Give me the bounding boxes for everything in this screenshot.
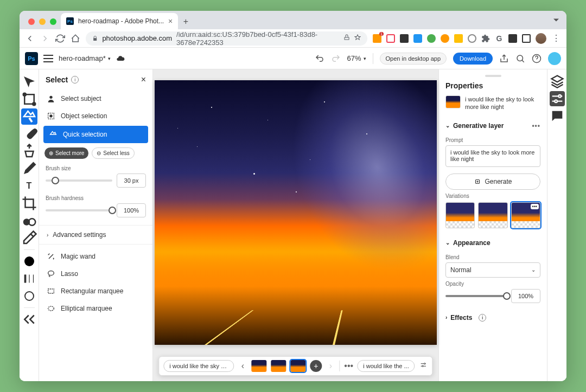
ext-icon[interactable] (413, 34, 422, 43)
layer-thumbnail[interactable] (445, 95, 461, 108)
ext-google-icon[interactable]: G (495, 34, 504, 43)
brush-tool-icon[interactable] (21, 126, 37, 142)
brush-hardness-value[interactable]: 100% (117, 203, 146, 217)
variation-thumbnail[interactable] (478, 202, 507, 228)
properties-panel-icon[interactable] (550, 91, 565, 106)
clone-tool-icon[interactable] (21, 143, 37, 159)
select-less-button[interactable]: ⊖Select less (92, 147, 134, 159)
crop-tool-icon[interactable] (21, 195, 37, 211)
info-icon[interactable]: i (71, 76, 79, 83)
photoshop-logo[interactable]: Ps (25, 52, 38, 65)
variation-thumbnail[interactable] (445, 202, 475, 228)
stroke-width-icon[interactable] (21, 271, 37, 287)
nav-reload-icon[interactable] (55, 34, 65, 43)
url-field[interactable]: photoshop.adobe.com/id/urn:aaid:sc:US:37… (86, 31, 367, 46)
add-variation-button[interactable]: + (310, 360, 322, 372)
variation-more-icon[interactable]: ••• (531, 204, 539, 209)
layers-panel-icon[interactable] (550, 74, 565, 89)
new-tab-button[interactable]: + (178, 14, 193, 29)
share-url-icon[interactable] (343, 34, 350, 42)
generate-button[interactable]: Generate (445, 173, 540, 190)
select-subject-item[interactable]: Select subject (39, 90, 152, 107)
magic-wand-item[interactable]: Magic wand (39, 248, 152, 265)
window-minimize[interactable] (39, 18, 46, 25)
object-selection-item[interactable]: Object selection (39, 107, 152, 125)
eyedropper-tool-icon[interactable] (21, 230, 37, 246)
search-icon[interactable] (515, 54, 525, 63)
ext-evernote-icon[interactable] (427, 34, 436, 43)
more-options-icon[interactable]: ••• (344, 361, 353, 371)
settings-sliders-icon[interactable] (419, 361, 428, 371)
brush-size-slider[interactable] (46, 179, 112, 182)
adjustment-tool-icon[interactable] (21, 213, 37, 229)
comments-panel-icon[interactable] (550, 108, 565, 124)
lasso-item[interactable]: Lasso (39, 265, 152, 282)
variation-thumb[interactable] (251, 360, 266, 372)
move-tool-icon[interactable] (21, 74, 37, 90)
info-icon[interactable]: i (479, 314, 486, 322)
cloud-sync-icon[interactable] (116, 54, 125, 63)
opacity-slider[interactable] (445, 295, 507, 297)
collapse-rail-icon[interactable] (21, 311, 37, 327)
open-desktop-button[interactable]: Open in desktop app (380, 53, 447, 65)
window-close[interactable] (28, 18, 35, 25)
advanced-settings-toggle[interactable]: ›Advanced settings (39, 225, 152, 245)
share-icon[interactable] (499, 54, 509, 63)
nav-home-icon[interactable] (71, 34, 80, 43)
blend-mode-select[interactable]: Normal ⌄ (445, 262, 540, 278)
background-color[interactable] (24, 291, 34, 301)
brush-hardness-slider[interactable] (46, 209, 112, 211)
ext-pocket-icon[interactable] (386, 34, 395, 43)
foreground-color[interactable] (24, 256, 34, 266)
variation-thumb[interactable] (271, 360, 286, 372)
rectangular-marquee-item[interactable]: Rectangular marquee (39, 282, 152, 300)
next-variation-icon[interactable]: › (326, 361, 335, 371)
brush-size-value[interactable]: 30 px (117, 173, 146, 188)
selection-tool-icon[interactable] (21, 108, 37, 125)
prompt-input[interactable] (445, 145, 540, 167)
elliptical-marquee-item[interactable]: Elliptical marquee (39, 300, 152, 317)
hamburger-menu-icon[interactable] (43, 55, 53, 62)
ext-icon[interactable] (454, 34, 463, 43)
help-icon[interactable] (532, 54, 542, 63)
generative-layer-section[interactable]: ⌄ Generative layer ••• (445, 118, 540, 134)
variation-thumbnail-selected[interactable]: ••• (511, 202, 540, 228)
user-avatar[interactable] (548, 52, 561, 65)
effects-section[interactable]: › Effects i (445, 310, 540, 326)
prev-variation-icon[interactable]: ‹ (238, 361, 247, 371)
text-tool-icon[interactable]: T (21, 178, 37, 194)
redo-icon[interactable] (331, 54, 341, 63)
ext-icon[interactable] (400, 34, 409, 43)
ext-icon[interactable]: 1 (373, 34, 381, 43)
prompt-chip[interactable]: i would like the sky to... (163, 360, 234, 372)
opacity-value[interactable]: 100% (511, 289, 540, 303)
quick-selection-item[interactable]: Quick selection (43, 126, 148, 143)
window-maximize[interactable] (50, 18, 56, 25)
browser-menu-icon[interactable]: ⋮ (551, 34, 561, 43)
download-button[interactable]: Download (453, 53, 493, 65)
paint-tool-icon[interactable] (21, 160, 37, 177)
canvas[interactable] (155, 80, 437, 345)
transform-tool-icon[interactable] (21, 91, 37, 107)
extensions-puzzle-icon[interactable] (481, 34, 490, 43)
tab-close-icon[interactable]: × (168, 17, 173, 25)
document-name[interactable]: hero-roadmap* ▾ (59, 54, 111, 62)
close-panel-icon[interactable]: × (141, 75, 146, 85)
undo-icon[interactable] (315, 54, 324, 63)
appearance-section[interactable]: ⌄ Appearance (445, 235, 540, 251)
ext-icon[interactable] (508, 34, 517, 43)
nav-back-icon[interactable] (25, 34, 35, 43)
browser-avatar[interactable] (536, 33, 546, 44)
browser-tab[interactable]: Ps hero-roadmap - Adobe Phot... × (61, 13, 178, 29)
zoom-level[interactable]: 67%▾ (347, 54, 366, 62)
variation-thumb-selected[interactable] (290, 360, 305, 372)
bookmark-star-icon[interactable] (354, 34, 361, 42)
ext-icon[interactable] (441, 34, 449, 43)
ext-icon[interactable] (468, 34, 476, 43)
select-more-button[interactable]: ⊕Select more (44, 147, 88, 159)
panel-grip[interactable] (485, 75, 501, 77)
ext-icon[interactable] (522, 34, 531, 43)
result-chip[interactable]: i would like the ... (357, 360, 415, 372)
section-more-icon[interactable]: ••• (532, 122, 540, 130)
nav-forward-icon[interactable] (40, 34, 50, 43)
